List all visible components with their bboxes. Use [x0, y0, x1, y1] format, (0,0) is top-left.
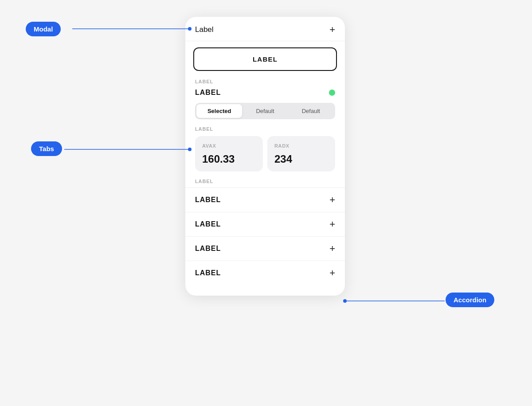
accordion-annotation-label: Accordion: [446, 293, 494, 307]
tabs-row: Selected Default Default: [195, 103, 335, 119]
toggle-dot-icon[interactable]: [329, 90, 335, 96]
accordion-item-4-expand-icon[interactable]: +: [329, 268, 335, 278]
accordion-item-1: LABEL +: [185, 187, 345, 212]
accordion-item-3: LABEL +: [185, 236, 345, 261]
tab-default-2[interactable]: Default: [288, 104, 334, 118]
stat-card-radx: RADX 234: [267, 136, 335, 172]
toggle-label-text: LABEL: [195, 89, 221, 97]
toggle-section: LABEL LABEL: [185, 79, 345, 97]
accordion-item-3-label: LABEL: [195, 245, 221, 253]
accordion-item-2-label: LABEL: [195, 220, 221, 228]
toggle-row: LABEL: [195, 89, 335, 97]
accordion-item-3-expand-icon[interactable]: +: [329, 244, 335, 254]
accordion-item-1-label: LABEL: [195, 196, 221, 204]
stat-card-radx-label: RADX: [274, 143, 328, 148]
phone-card: Label + LABEL LABEL LABEL Selected Defau…: [185, 17, 345, 296]
accordion-item-4-label: LABEL: [195, 269, 221, 277]
accordion-item-2-expand-icon[interactable]: +: [329, 219, 335, 229]
stat-card-radx-value: 234: [274, 153, 328, 165]
toggle-section-label: LABEL: [195, 79, 335, 84]
tab-selected[interactable]: Selected: [196, 104, 242, 118]
modal-annotation-label: Modal: [26, 22, 61, 36]
svg-point-5: [343, 299, 347, 303]
accordion-section-label: LABEL: [185, 179, 345, 184]
stat-card-avax: AVAX 160.33: [195, 136, 263, 172]
modal-row-label: Label: [195, 25, 214, 34]
tabs-annotation-label: Tabs: [31, 141, 62, 156]
modal-row: Label +: [185, 17, 345, 41]
accordion-item-1-expand-icon[interactable]: +: [329, 195, 335, 205]
tab-default-1[interactable]: Default: [242, 104, 288, 118]
cards-section: LABEL: [185, 126, 345, 132]
accordion-item-2: LABEL +: [185, 212, 345, 236]
cards-section-label: LABEL: [195, 126, 335, 132]
cards-row: AVAX 160.33 RADX 234: [195, 136, 335, 172]
stat-card-avax-value: 160.33: [202, 153, 256, 165]
stat-card-avax-label: AVAX: [202, 143, 256, 148]
big-label-button[interactable]: LABEL: [193, 47, 337, 71]
modal-row-plus-icon[interactable]: +: [329, 25, 335, 35]
accordion-item-4: LABEL +: [185, 261, 345, 285]
